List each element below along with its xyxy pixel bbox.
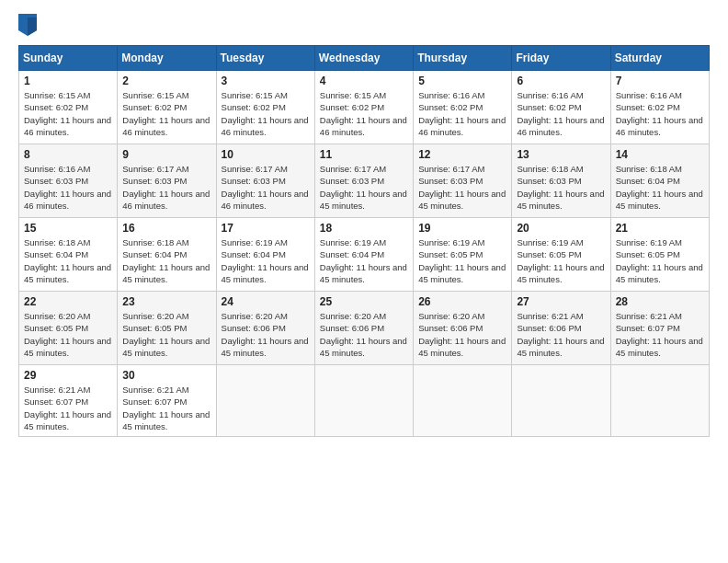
- day-info: Sunrise: 6:16 AM Sunset: 6:02 PM Dayligh…: [517, 89, 605, 138]
- day-info: Sunrise: 6:20 AM Sunset: 6:06 PM Dayligh…: [222, 310, 310, 359]
- day-info: Sunrise: 6:17 AM Sunset: 6:03 PM Dayligh…: [418, 163, 506, 212]
- table-row: 11 Sunrise: 6:17 AM Sunset: 6:03 PM Dayl…: [314, 144, 413, 218]
- weekday-header-row: Sunday Monday Tuesday Wednesday Thursday…: [19, 46, 710, 71]
- day-info: Sunrise: 6:15 AM Sunset: 6:02 PM Dayligh…: [24, 89, 112, 138]
- day-number: 11: [320, 148, 408, 161]
- logo-icon: [18, 14, 37, 36]
- table-row: 15 Sunrise: 6:18 AM Sunset: 6:04 PM Dayl…: [19, 218, 118, 292]
- day-info: Sunrise: 6:17 AM Sunset: 6:03 PM Dayligh…: [122, 163, 210, 212]
- day-number: 24: [222, 295, 310, 308]
- day-number: 15: [24, 222, 112, 235]
- table-row: 2 Sunrise: 6:15 AM Sunset: 6:02 PM Dayli…: [118, 71, 216, 144]
- calendar-table: Sunday Monday Tuesday Wednesday Thursday…: [18, 45, 710, 437]
- day-number: 16: [122, 222, 210, 235]
- header-thursday: Thursday: [414, 46, 512, 71]
- day-info: Sunrise: 6:18 AM Sunset: 6:04 PM Dayligh…: [122, 236, 210, 285]
- day-info: Sunrise: 6:18 AM Sunset: 6:04 PM Dayligh…: [24, 236, 112, 285]
- header: [18, 14, 710, 36]
- table-row: 19 Sunrise: 6:19 AM Sunset: 6:05 PM Dayl…: [414, 218, 512, 292]
- table-row: 20 Sunrise: 6:19 AM Sunset: 6:05 PM Dayl…: [512, 218, 610, 292]
- day-number: 13: [517, 148, 605, 161]
- table-row: 3 Sunrise: 6:15 AM Sunset: 6:02 PM Dayli…: [216, 71, 314, 144]
- table-row: 21 Sunrise: 6:19 AM Sunset: 6:05 PM Dayl…: [610, 218, 709, 292]
- header-sunday: Sunday: [19, 46, 118, 71]
- day-number: 4: [320, 75, 408, 87]
- day-number: 20: [517, 222, 605, 235]
- day-info: Sunrise: 6:15 AM Sunset: 6:02 PM Dayligh…: [320, 89, 408, 138]
- day-number: 6: [517, 75, 605, 87]
- header-saturday: Saturday: [610, 46, 709, 71]
- day-number: 14: [616, 148, 704, 161]
- day-number: 12: [418, 148, 506, 161]
- day-number: 10: [222, 148, 310, 161]
- logo: [18, 14, 40, 36]
- day-info: Sunrise: 6:20 AM Sunset: 6:06 PM Dayligh…: [418, 310, 506, 359]
- day-info: Sunrise: 6:18 AM Sunset: 6:03 PM Dayligh…: [517, 163, 605, 212]
- table-row: [414, 365, 512, 437]
- day-info: Sunrise: 6:19 AM Sunset: 6:05 PM Dayligh…: [418, 236, 506, 285]
- calendar-row-4: 22 Sunrise: 6:20 AM Sunset: 6:05 PM Dayl…: [19, 292, 710, 365]
- table-row: 24 Sunrise: 6:20 AM Sunset: 6:06 PM Dayl…: [216, 292, 314, 365]
- day-info: Sunrise: 6:21 AM Sunset: 6:07 PM Dayligh…: [24, 384, 112, 432]
- day-info: Sunrise: 6:18 AM Sunset: 6:04 PM Dayligh…: [616, 163, 704, 212]
- table-row: 28 Sunrise: 6:21 AM Sunset: 6:07 PM Dayl…: [610, 292, 709, 365]
- header-friday: Friday: [512, 46, 610, 71]
- day-info: Sunrise: 6:16 AM Sunset: 6:02 PM Dayligh…: [418, 89, 506, 138]
- day-info: Sunrise: 6:19 AM Sunset: 6:04 PM Dayligh…: [222, 236, 310, 285]
- table-row: 10 Sunrise: 6:17 AM Sunset: 6:03 PM Dayl…: [216, 144, 314, 218]
- table-row: 7 Sunrise: 6:16 AM Sunset: 6:02 PM Dayli…: [610, 71, 709, 144]
- table-row: [314, 365, 413, 437]
- day-info: Sunrise: 6:15 AM Sunset: 6:02 PM Dayligh…: [222, 89, 310, 138]
- page: Sunday Monday Tuesday Wednesday Thursday…: [0, 0, 728, 563]
- header-monday: Monday: [118, 46, 216, 71]
- calendar-row-5: 29 Sunrise: 6:21 AM Sunset: 6:07 PM Dayl…: [19, 365, 710, 437]
- day-number: 27: [517, 295, 605, 308]
- day-info: Sunrise: 6:21 AM Sunset: 6:07 PM Dayligh…: [122, 384, 210, 432]
- day-number: 17: [222, 222, 310, 235]
- day-number: 22: [24, 295, 112, 308]
- day-number: 21: [616, 222, 704, 235]
- table-row: 5 Sunrise: 6:16 AM Sunset: 6:02 PM Dayli…: [414, 71, 512, 144]
- table-row: 16 Sunrise: 6:18 AM Sunset: 6:04 PM Dayl…: [118, 218, 216, 292]
- day-info: Sunrise: 6:20 AM Sunset: 6:06 PM Dayligh…: [320, 310, 408, 359]
- table-row: 27 Sunrise: 6:21 AM Sunset: 6:06 PM Dayl…: [512, 292, 610, 365]
- day-info: Sunrise: 6:17 AM Sunset: 6:03 PM Dayligh…: [320, 163, 408, 212]
- day-info: Sunrise: 6:21 AM Sunset: 6:06 PM Dayligh…: [517, 310, 605, 359]
- day-info: Sunrise: 6:20 AM Sunset: 6:05 PM Dayligh…: [122, 310, 210, 359]
- day-number: 19: [418, 222, 506, 235]
- day-info: Sunrise: 6:15 AM Sunset: 6:02 PM Dayligh…: [122, 89, 210, 138]
- day-number: 8: [24, 148, 112, 161]
- table-row: 23 Sunrise: 6:20 AM Sunset: 6:05 PM Dayl…: [118, 292, 216, 365]
- table-row: 9 Sunrise: 6:17 AM Sunset: 6:03 PM Dayli…: [118, 144, 216, 218]
- day-info: Sunrise: 6:21 AM Sunset: 6:07 PM Dayligh…: [616, 310, 704, 359]
- table-row: 30 Sunrise: 6:21 AM Sunset: 6:07 PM Dayl…: [118, 365, 216, 437]
- day-number: 5: [418, 75, 506, 87]
- table-row: 1 Sunrise: 6:15 AM Sunset: 6:02 PM Dayli…: [19, 71, 118, 144]
- table-row: 8 Sunrise: 6:16 AM Sunset: 6:03 PM Dayli…: [19, 144, 118, 218]
- header-tuesday: Tuesday: [216, 46, 314, 71]
- svg-marker-1: [28, 17, 37, 36]
- day-info: Sunrise: 6:19 AM Sunset: 6:05 PM Dayligh…: [616, 236, 704, 285]
- day-number: 23: [122, 295, 210, 308]
- day-info: Sunrise: 6:16 AM Sunset: 6:03 PM Dayligh…: [24, 163, 112, 212]
- table-row: 22 Sunrise: 6:20 AM Sunset: 6:05 PM Dayl…: [19, 292, 118, 365]
- table-row: [216, 365, 314, 437]
- table-row: 4 Sunrise: 6:15 AM Sunset: 6:02 PM Dayli…: [314, 71, 413, 144]
- day-number: 29: [24, 369, 112, 382]
- day-number: 1: [24, 75, 112, 87]
- day-info: Sunrise: 6:16 AM Sunset: 6:02 PM Dayligh…: [616, 89, 704, 138]
- day-info: Sunrise: 6:20 AM Sunset: 6:05 PM Dayligh…: [24, 310, 112, 359]
- day-number: 26: [418, 295, 506, 308]
- table-row: 29 Sunrise: 6:21 AM Sunset: 6:07 PM Dayl…: [19, 365, 118, 437]
- header-wednesday: Wednesday: [314, 46, 413, 71]
- table-row: [512, 365, 610, 437]
- day-number: 3: [222, 75, 310, 87]
- table-row: 18 Sunrise: 6:19 AM Sunset: 6:04 PM Dayl…: [314, 218, 413, 292]
- table-row: [610, 365, 709, 437]
- day-number: 9: [122, 148, 210, 161]
- calendar-row-1: 1 Sunrise: 6:15 AM Sunset: 6:02 PM Dayli…: [19, 71, 710, 144]
- table-row: 25 Sunrise: 6:20 AM Sunset: 6:06 PM Dayl…: [314, 292, 413, 365]
- table-row: 26 Sunrise: 6:20 AM Sunset: 6:06 PM Dayl…: [414, 292, 512, 365]
- day-info: Sunrise: 6:19 AM Sunset: 6:04 PM Dayligh…: [320, 236, 408, 285]
- day-number: 30: [122, 369, 210, 382]
